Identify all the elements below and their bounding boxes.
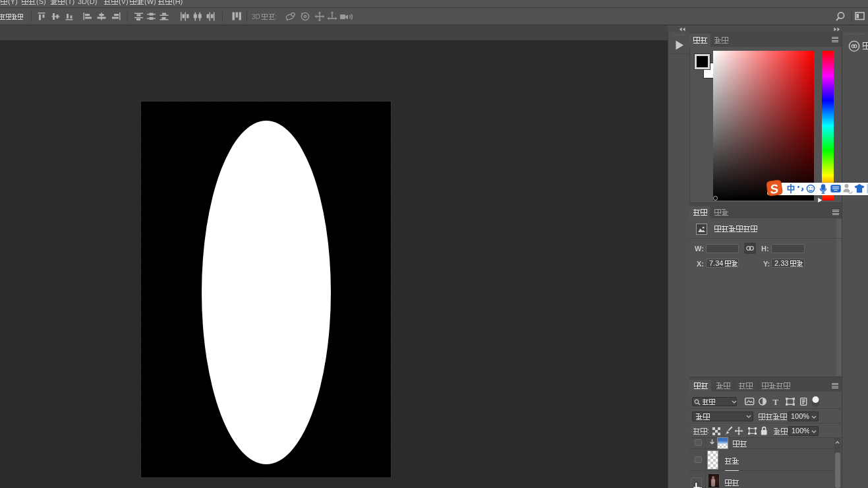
svg-text:3D: 3D	[252, 13, 260, 20]
svg-text:T: T	[773, 397, 779, 407]
